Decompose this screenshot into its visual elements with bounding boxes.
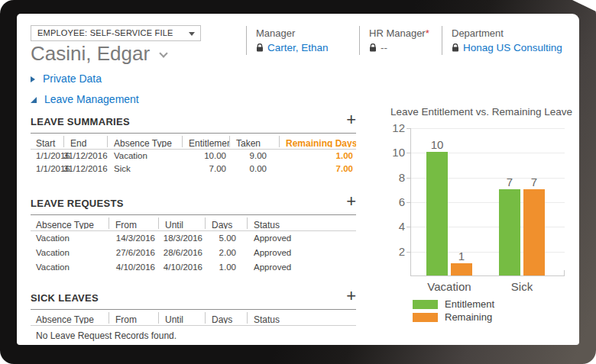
table-cell: 31/12/2016 bbox=[63, 150, 107, 163]
table-cell: 0.00 bbox=[229, 163, 279, 176]
axis-tick bbox=[564, 270, 565, 275]
field-hr-manager: HR Manager* -- bbox=[369, 27, 429, 53]
table-cell: 1/1/2016 bbox=[31, 150, 63, 163]
legend-label: Entitlement bbox=[445, 298, 494, 310]
table-cell: 14/3/2016 bbox=[109, 231, 158, 246]
y-axis-label: 6 bbox=[379, 195, 405, 208]
column-header: Start bbox=[31, 136, 63, 147]
nav-group-label: Leave Management bbox=[44, 93, 139, 105]
lock-icon bbox=[452, 43, 459, 52]
table-header: Absence TypeFromUntilDaysStatus bbox=[31, 215, 356, 231]
table-cell: 7.00 bbox=[279, 163, 356, 176]
column-header: Taken bbox=[229, 136, 279, 147]
table-cell: 4/10/2016 bbox=[109, 260, 158, 275]
axis-tick bbox=[407, 128, 411, 129]
record-selector-dropdown[interactable]: EMPLOYEE: SELF-SERVICE FILE bbox=[31, 25, 201, 41]
section-leave-summaries: LEAVE SUMMARIES + StartEndAbsence TypeEn… bbox=[31, 114, 356, 176]
divider bbox=[359, 26, 360, 55]
expanded-triangle-icon bbox=[31, 97, 37, 103]
table-row[interactable]: 1/1/201631/12/2016Sick7.000.007.00 bbox=[31, 163, 356, 176]
page: EMPLOYEE: SELF-SERVICE FILE Casini, Edga… bbox=[0, 0, 596, 364]
required-asterisk: * bbox=[426, 27, 429, 39]
section-sick-leaves: SICK LEAVES + Absence TypeFromUntilDaysS… bbox=[31, 291, 356, 341]
axis-tick bbox=[407, 252, 411, 253]
lock-icon bbox=[256, 43, 264, 52]
nav-group-private-data[interactable]: Private Data bbox=[31, 72, 102, 86]
axis-tick bbox=[407, 153, 411, 153]
field-value: -- bbox=[369, 42, 429, 53]
field-label: Manager bbox=[256, 27, 329, 39]
add-record-button[interactable]: + bbox=[346, 193, 356, 210]
table-cell: Approved bbox=[247, 260, 356, 275]
divider bbox=[246, 26, 247, 55]
table-cell: Vacation bbox=[31, 246, 109, 260]
section-title: SICK LEAVES bbox=[31, 292, 99, 304]
column-header: Status bbox=[247, 312, 356, 324]
collapsed-triangle-icon bbox=[31, 76, 35, 82]
bar-remaining-sick bbox=[523, 189, 545, 275]
legend-swatch bbox=[413, 300, 438, 309]
table-cell: 2.00 bbox=[205, 246, 247, 260]
section-title: LEAVE SUMMARIES bbox=[31, 116, 130, 127]
table-cell: 10.00 bbox=[182, 150, 229, 163]
column-header: From bbox=[109, 217, 158, 229]
y-axis-label: 2 bbox=[379, 245, 405, 258]
bar-value-label: 10 bbox=[426, 138, 448, 151]
table-cell: 5.00 bbox=[205, 231, 247, 246]
empty-message: No Leave Request Records found. bbox=[31, 330, 356, 341]
table-cell: Vacation bbox=[31, 231, 109, 246]
legend-label: Remaining bbox=[445, 311, 492, 323]
field-value[interactable]: Carter, Ethan bbox=[256, 42, 329, 53]
legend-swatch bbox=[413, 313, 438, 322]
table-cell: 1.00 bbox=[205, 260, 247, 275]
x-axis-label: Sick bbox=[491, 280, 552, 293]
section-leave-requests: LEAVE REQUESTS + Absence TypeFromUntilDa… bbox=[31, 196, 356, 275]
table-row[interactable]: Vacation14/3/201618/3/20165.00Approved bbox=[31, 231, 356, 246]
chevron-down-icon[interactable] bbox=[159, 49, 167, 57]
y-axis-label: 12 bbox=[379, 121, 405, 134]
table-cell: 27/6/2016 bbox=[109, 246, 158, 260]
caret-down-icon bbox=[189, 32, 195, 36]
app-screen: EMPLOYEE: SELF-SERVICE FILE Casini, Edga… bbox=[17, 14, 579, 345]
section-title: LEAVE REQUESTS bbox=[31, 198, 124, 209]
bar-entitlement-vacation bbox=[426, 152, 448, 275]
table-header: Absence TypeFromUntilDaysStatus bbox=[31, 310, 356, 326]
nav-group-leave-management[interactable]: Leave Management bbox=[31, 93, 139, 107]
table-cell: Approved bbox=[247, 231, 356, 246]
table-body: 1/1/201631/12/2016Vacation10.009.001.001… bbox=[31, 150, 356, 176]
y-axis-label: 4 bbox=[379, 220, 405, 233]
bar-value-label: 7 bbox=[523, 176, 545, 188]
column-header: Days bbox=[205, 312, 247, 324]
column-header: End bbox=[63, 136, 107, 147]
leave-chart: Leave Entitlement vs. Remaining Leave 24… bbox=[368, 104, 579, 345]
field-value[interactable]: Honag US Consulting bbox=[452, 42, 562, 53]
y-axis-label: 10 bbox=[379, 146, 405, 159]
table-cell: Sick bbox=[107, 163, 182, 176]
table-row[interactable]: Vacation4/10/20164/10/20161.00Approved bbox=[31, 260, 356, 275]
employee-name: Casini, Edgar bbox=[31, 42, 150, 65]
column-header: Absence Type bbox=[107, 136, 182, 147]
table-row[interactable]: 1/1/201631/12/2016Vacation10.009.001.00 bbox=[31, 150, 356, 163]
x-axis-label: Vacation bbox=[419, 280, 480, 293]
lock-icon bbox=[369, 43, 377, 52]
record-selector-label: EMPLOYEE: SELF-SERVICE FILE bbox=[37, 28, 173, 37]
chart-title: Leave Entitlement vs. Remaining Leave bbox=[368, 106, 579, 118]
bar-value-label: 7 bbox=[499, 176, 520, 188]
y-axis-label: 8 bbox=[379, 171, 405, 184]
column-header: Absence Type bbox=[31, 312, 109, 324]
table-cell: 4/10/2016 bbox=[158, 260, 205, 275]
column-header: Entitlement bbox=[182, 136, 229, 147]
axis-tick bbox=[407, 178, 411, 179]
axis-tick bbox=[407, 202, 411, 203]
add-record-button[interactable]: + bbox=[346, 111, 356, 128]
table-cell: Approved bbox=[247, 246, 356, 260]
table-row[interactable]: Vacation27/6/201628/6/20162.00Approved bbox=[31, 246, 356, 260]
field-label: Department bbox=[452, 27, 562, 39]
column-header: Days bbox=[205, 217, 247, 229]
chart-legend: EntitlementRemaining bbox=[413, 298, 494, 324]
gridline bbox=[411, 128, 565, 129]
nav-group-label: Private Data bbox=[43, 72, 102, 85]
add-record-button[interactable]: + bbox=[346, 288, 356, 304]
table-cell: 28/6/2016 bbox=[158, 246, 205, 260]
table-body: Vacation14/3/201618/3/20165.00ApprovedVa… bbox=[31, 231, 356, 275]
